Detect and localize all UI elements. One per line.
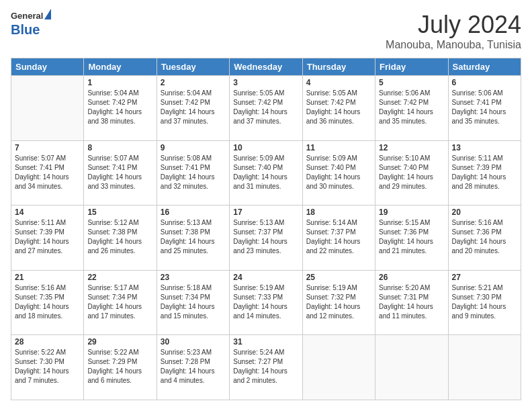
day-number: 22 (87, 273, 152, 282)
table-row: 13Sunrise: 5:11 AMSunset: 7:39 PMDayligh… (448, 140, 521, 205)
table-row: 19Sunrise: 5:15 AMSunset: 7:36 PMDayligh… (375, 205, 448, 271)
table-row: 14Sunrise: 5:11 AMSunset: 7:39 PMDayligh… (11, 205, 84, 271)
table-row: 25Sunrise: 5:19 AMSunset: 7:32 PMDayligh… (302, 270, 375, 335)
table-row: 16Sunrise: 5:13 AMSunset: 7:38 PMDayligh… (157, 205, 229, 271)
table-row: 8Sunrise: 5:07 AMSunset: 7:41 PMDaylight… (84, 140, 157, 205)
day-number: 25 (306, 273, 371, 282)
day-number: 14 (15, 208, 80, 217)
day-info: Sunrise: 5:21 AMSunset: 7:30 PMDaylight:… (452, 283, 517, 321)
day-info: Sunrise: 5:09 AMSunset: 7:40 PMDaylight:… (233, 154, 298, 191)
col-thursday: Thursday (302, 58, 375, 76)
table-row: 17Sunrise: 5:13 AMSunset: 7:37 PMDayligh… (230, 205, 302, 271)
logo-text: General (11, 11, 51, 21)
day-info: Sunrise: 5:22 AMSunset: 7:30 PMDaylight:… (15, 348, 80, 385)
day-number: 5 (379, 78, 444, 87)
day-info: Sunrise: 5:09 AMSunset: 7:40 PMDaylight:… (306, 154, 371, 191)
table-row: 27Sunrise: 5:21 AMSunset: 7:30 PMDayligh… (448, 270, 521, 335)
title-section: July 2024 Manouba, Manouba, Tunisia (386, 11, 521, 51)
table-row: 20Sunrise: 5:16 AMSunset: 7:36 PMDayligh… (448, 205, 521, 271)
calendar-table: Sunday Monday Tuesday Wednesday Thursday… (11, 58, 521, 400)
table-row: 7Sunrise: 5:07 AMSunset: 7:41 PMDaylight… (11, 140, 84, 205)
table-row: 22Sunrise: 5:17 AMSunset: 7:34 PMDayligh… (84, 270, 157, 335)
day-number: 1 (87, 78, 152, 87)
day-info: Sunrise: 5:07 AMSunset: 7:41 PMDaylight:… (15, 154, 80, 191)
day-number: 26 (379, 273, 444, 282)
day-info: Sunrise: 5:04 AMSunset: 7:42 PMDaylight:… (87, 89, 152, 126)
day-info: Sunrise: 5:24 AMSunset: 7:27 PMDaylight:… (233, 348, 298, 385)
header: General Blue July 2024 Manouba, Manouba,… (11, 11, 521, 51)
table-row (448, 335, 521, 400)
day-info: Sunrise: 5:04 AMSunset: 7:42 PMDaylight:… (161, 89, 226, 126)
table-row: 2Sunrise: 5:04 AMSunset: 7:42 PMDaylight… (157, 76, 229, 141)
location-title: Manouba, Manouba, Tunisia (386, 39, 521, 51)
day-number: 20 (452, 208, 517, 217)
col-saturday: Saturday (448, 58, 521, 76)
day-number: 4 (306, 78, 371, 87)
calendar-week-row: 21Sunrise: 5:16 AMSunset: 7:35 PMDayligh… (11, 270, 521, 335)
day-info: Sunrise: 5:17 AMSunset: 7:34 PMDaylight:… (87, 283, 152, 321)
col-sunday: Sunday (11, 58, 84, 76)
day-info: Sunrise: 5:19 AMSunset: 7:32 PMDaylight:… (306, 283, 371, 321)
day-number: 21 (15, 273, 80, 282)
day-number: 12 (379, 143, 444, 152)
logo-general: General (11, 11, 43, 21)
calendar-week-row: 14Sunrise: 5:11 AMSunset: 7:39 PMDayligh… (11, 205, 521, 271)
logo: General Blue (11, 11, 51, 38)
day-info: Sunrise: 5:19 AMSunset: 7:33 PMDaylight:… (233, 283, 298, 321)
month-title: July 2024 (386, 11, 521, 39)
day-info: Sunrise: 5:13 AMSunset: 7:37 PMDaylight:… (233, 218, 298, 256)
table-row: 23Sunrise: 5:18 AMSunset: 7:34 PMDayligh… (157, 270, 229, 335)
day-info: Sunrise: 5:16 AMSunset: 7:35 PMDaylight:… (15, 283, 80, 321)
table-row (302, 335, 375, 400)
day-info: Sunrise: 5:10 AMSunset: 7:40 PMDaylight:… (379, 154, 444, 191)
day-number: 31 (233, 337, 298, 347)
table-row (375, 335, 448, 400)
day-number: 28 (15, 337, 80, 347)
calendar-week-row: 7Sunrise: 5:07 AMSunset: 7:41 PMDaylight… (11, 140, 521, 205)
day-number: 16 (161, 208, 226, 217)
day-info: Sunrise: 5:06 AMSunset: 7:41 PMDaylight:… (452, 89, 517, 126)
day-number: 15 (87, 208, 152, 217)
day-number: 23 (161, 273, 226, 282)
day-info: Sunrise: 5:20 AMSunset: 7:31 PMDaylight:… (379, 283, 444, 321)
day-info: Sunrise: 5:23 AMSunset: 7:28 PMDaylight:… (161, 348, 226, 385)
logo-blue: Blue (11, 22, 40, 38)
day-number: 8 (87, 143, 152, 152)
table-row: 21Sunrise: 5:16 AMSunset: 7:35 PMDayligh… (11, 270, 84, 335)
table-row (11, 76, 84, 141)
day-info: Sunrise: 5:07 AMSunset: 7:41 PMDaylight:… (87, 154, 152, 191)
col-friday: Friday (375, 58, 448, 76)
day-info: Sunrise: 5:06 AMSunset: 7:42 PMDaylight:… (379, 89, 444, 126)
page: General Blue July 2024 Manouba, Manouba,… (0, 0, 532, 411)
table-row: 30Sunrise: 5:23 AMSunset: 7:28 PMDayligh… (157, 335, 229, 400)
calendar-header-row: Sunday Monday Tuesday Wednesday Thursday… (11, 58, 521, 76)
day-number: 10 (233, 143, 298, 152)
day-number: 9 (161, 143, 226, 152)
day-number: 11 (306, 143, 371, 152)
table-row: 10Sunrise: 5:09 AMSunset: 7:40 PMDayligh… (230, 140, 302, 205)
calendar-week-row: 1Sunrise: 5:04 AMSunset: 7:42 PMDaylight… (11, 76, 521, 141)
col-monday: Monday (84, 58, 157, 76)
day-number: 18 (306, 208, 371, 217)
table-row: 4Sunrise: 5:05 AMSunset: 7:42 PMDaylight… (302, 76, 375, 141)
table-row: 9Sunrise: 5:08 AMSunset: 7:41 PMDaylight… (157, 140, 229, 205)
day-info: Sunrise: 5:05 AMSunset: 7:42 PMDaylight:… (233, 89, 298, 126)
table-row: 31Sunrise: 5:24 AMSunset: 7:27 PMDayligh… (230, 335, 302, 400)
table-row: 18Sunrise: 5:14 AMSunset: 7:37 PMDayligh… (302, 205, 375, 271)
logo-triangle-icon (44, 9, 51, 19)
day-info: Sunrise: 5:18 AMSunset: 7:34 PMDaylight:… (161, 283, 226, 321)
table-row: 12Sunrise: 5:10 AMSunset: 7:40 PMDayligh… (375, 140, 448, 205)
calendar-week-row: 28Sunrise: 5:22 AMSunset: 7:30 PMDayligh… (11, 335, 521, 400)
day-number: 13 (452, 143, 517, 152)
day-number: 2 (161, 78, 226, 87)
table-row: 24Sunrise: 5:19 AMSunset: 7:33 PMDayligh… (230, 270, 302, 335)
day-number: 6 (452, 78, 517, 87)
table-row: 26Sunrise: 5:20 AMSunset: 7:31 PMDayligh… (375, 270, 448, 335)
table-row: 11Sunrise: 5:09 AMSunset: 7:40 PMDayligh… (302, 140, 375, 205)
col-tuesday: Tuesday (157, 58, 229, 76)
day-number: 30 (161, 337, 226, 347)
day-info: Sunrise: 5:08 AMSunset: 7:41 PMDaylight:… (161, 154, 226, 191)
day-info: Sunrise: 5:11 AMSunset: 7:39 PMDaylight:… (452, 154, 517, 191)
day-info: Sunrise: 5:13 AMSunset: 7:38 PMDaylight:… (161, 218, 226, 256)
day-info: Sunrise: 5:14 AMSunset: 7:37 PMDaylight:… (306, 218, 371, 256)
